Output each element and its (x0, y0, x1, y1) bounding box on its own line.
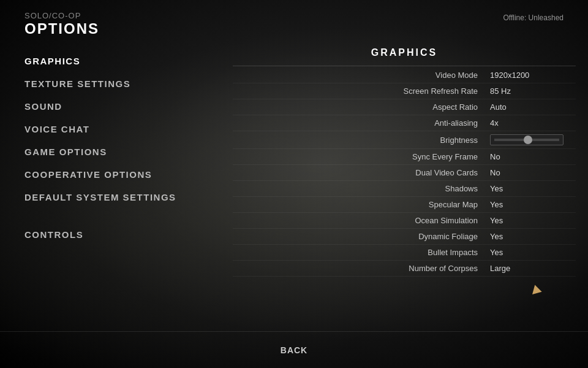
setting-row-shadows[interactable]: Shadows Yes (233, 181, 576, 197)
setting-row-sync-every-frame[interactable]: Sync Every Frame No (233, 149, 576, 165)
setting-value-sync-every-frame: No (490, 152, 576, 161)
setting-label-dual-video-cards: Dual Video Cards (233, 168, 490, 177)
setting-value-bullet-impacts: Yes (490, 248, 576, 257)
setting-label-dynamic-foliage: Dynamic Foliage (233, 232, 490, 241)
setting-value-video-mode: 1920x1200 (490, 71, 576, 80)
sidebar-item-texture-settings[interactable]: TEXTURE SETTINGS (24, 72, 202, 95)
settings-table: Video Mode 1920x1200 Screen Refresh Rate… (233, 67, 576, 277)
solo-coop-label: SOLO/CO-OP (24, 11, 99, 20)
setting-value-anti-aliasing: 4x (490, 118, 576, 128)
setting-row-aspect-ratio[interactable]: Aspect Ratio Auto (233, 99, 576, 115)
setting-label-bullet-impacts: Bullet Impacts (233, 248, 490, 257)
setting-row-dynamic-foliage[interactable]: Dynamic Foliage Yes (233, 229, 576, 245)
setting-label-specular-map: Specular Map (233, 200, 490, 209)
setting-row-bullet-impacts[interactable]: Bullet Impacts Yes (233, 245, 576, 261)
setting-label-aspect-ratio: Aspect Ratio (233, 102, 490, 112)
sidebar-item-controls[interactable]: CONTROLS (24, 223, 202, 246)
setting-value-dual-video-cards: No (490, 168, 576, 177)
setting-value-specular-map: Yes (490, 200, 576, 209)
sidebar-item-game-options[interactable]: GAME OPTIONS (24, 140, 202, 163)
header: SOLO/CO-OP OPTIONS Offline: Unleashed (0, 0, 588, 37)
page-title: OPTIONS (24, 20, 99, 37)
brightness-thumb[interactable] (524, 136, 532, 144)
panel-title: GRAPHICS (233, 44, 576, 66)
header-right: Offline: Unleashed (503, 11, 564, 22)
setting-row-specular-map[interactable]: Specular Map Yes (233, 197, 576, 213)
main-layout: GRAPHICS TEXTURE SETTINGS SOUND VOICE CH… (0, 37, 588, 356)
sidebar-item-sound[interactable]: SOUND (24, 95, 202, 118)
offline-status: Offline: Unleashed (503, 13, 564, 22)
setting-label-video-mode: Video Mode (233, 71, 490, 80)
sidebar-item-cooperative-options[interactable]: COOPERATIVE OPTIONS (24, 163, 202, 186)
setting-label-brightness: Brightness (233, 136, 490, 145)
setting-row-screen-refresh-rate[interactable]: Screen Refresh Rate 85 Hz (233, 83, 576, 99)
setting-value-ocean-simulation: Yes (490, 216, 576, 225)
brightness-track (494, 139, 559, 141)
sidebar-item-graphics[interactable]: GRAPHICS (24, 50, 202, 72)
setting-value-dynamic-foliage: Yes (490, 232, 576, 241)
header-left: SOLO/CO-OP OPTIONS (24, 11, 99, 37)
left-nav: GRAPHICS TEXTURE SETTINGS SOUND VOICE CH… (0, 44, 227, 356)
setting-label-anti-aliasing: Anti-aliasing (233, 118, 490, 128)
setting-row-anti-aliasing[interactable]: Anti-aliasing 4x (233, 115, 576, 131)
back-button[interactable]: Back (281, 345, 307, 355)
setting-row-ocean-simulation[interactable]: Ocean Simulation Yes (233, 213, 576, 229)
right-panel: GRAPHICS Video Mode 1920x1200 Screen Ref… (227, 44, 588, 356)
setting-value-brightness (490, 134, 576, 145)
setting-value-number-of-corpses: Large (490, 264, 576, 273)
brightness-slider[interactable] (490, 134, 564, 145)
setting-value-screen-refresh-rate: 85 Hz (490, 86, 576, 96)
setting-row-dual-video-cards[interactable]: Dual Video Cards No (233, 165, 576, 181)
setting-row-brightness[interactable]: Brightness (233, 131, 576, 149)
setting-value-shadows: Yes (490, 184, 576, 193)
setting-label-shadows: Shadows (233, 184, 490, 193)
footer: Back (0, 331, 588, 368)
setting-value-aspect-ratio: Auto (490, 102, 576, 112)
setting-label-ocean-simulation: Ocean Simulation (233, 216, 490, 225)
setting-label-screen-refresh-rate: Screen Refresh Rate (233, 86, 490, 96)
setting-row-video-mode[interactable]: Video Mode 1920x1200 (233, 67, 576, 83)
setting-label-number-of-corpses: Number of Corpses (233, 264, 490, 273)
setting-row-number-of-corpses[interactable]: Number of Corpses Large (233, 261, 576, 277)
sidebar-item-default-system-settings[interactable]: DEFAULT SYSTEM SETTINGS (24, 186, 202, 209)
setting-label-sync-every-frame: Sync Every Frame (233, 152, 490, 161)
sidebar-item-voice-chat[interactable]: VOICE CHAT (24, 118, 202, 140)
